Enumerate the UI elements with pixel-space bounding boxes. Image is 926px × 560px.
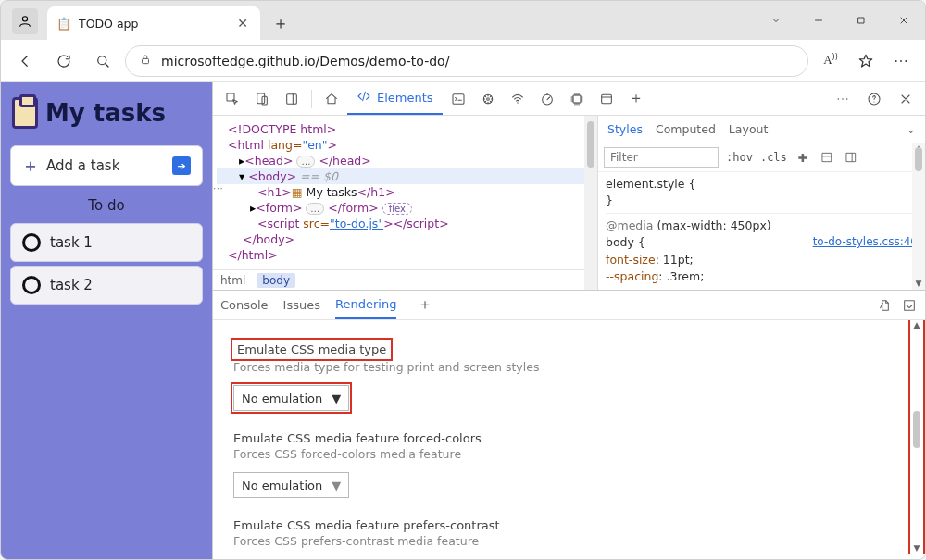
address-bar[interactable]: microsoft­edge.github.io/Demos/demo-to-d… bbox=[125, 45, 808, 77]
task-checkbox[interactable] bbox=[22, 233, 41, 252]
svg-point-20 bbox=[846, 98, 848, 100]
plus-icon: ＋ bbox=[22, 155, 39, 177]
site-info-icon[interactable] bbox=[139, 52, 152, 69]
favorites-button[interactable] bbox=[849, 44, 882, 78]
devtools-drawer: Console Issues Rendering ＋ Emulate CSS m… bbox=[213, 290, 925, 554]
device-emulation-button[interactable] bbox=[248, 86, 276, 112]
chevron-down-icon[interactable]: ⌄ bbox=[907, 122, 916, 136]
source-link[interactable]: to-do-styles.css:40 bbox=[813, 234, 918, 250]
svg-point-14 bbox=[517, 102, 518, 103]
task-item[interactable]: task 1 bbox=[10, 223, 203, 262]
tab-favicon: 📋 bbox=[56, 16, 71, 31]
close-window-button[interactable] bbox=[882, 6, 925, 35]
new-style-rule-button[interactable]: ✚ bbox=[795, 149, 811, 166]
expand-drawer-button[interactable] bbox=[901, 297, 918, 314]
cls-toggle[interactable]: .cls bbox=[760, 151, 787, 164]
more-drawer-tabs-button[interactable]: ＋ bbox=[411, 292, 439, 318]
window-controls bbox=[755, 1, 925, 40]
styles-tab[interactable]: Styles bbox=[607, 122, 643, 136]
svg-point-13 bbox=[486, 97, 489, 100]
drawer-scrollbar[interactable]: ▲ ▼ bbox=[910, 320, 923, 554]
dom-tree[interactable]: <!DOCTYPE html> <html lang="en"> ▸<head>… bbox=[213, 116, 597, 290]
tab-overflow-button[interactable] bbox=[755, 6, 797, 35]
devtools-toolbar: Elements ＋ bbox=[213, 82, 925, 116]
add-task-input[interactable]: ＋ Add a task ➔ bbox=[10, 145, 203, 186]
svg-rect-1 bbox=[858, 18, 864, 23]
browser-toolbar: microsoft­edge.github.io/Demos/demo-to-d… bbox=[1, 40, 925, 82]
search-button[interactable] bbox=[86, 44, 119, 78]
page-title: My tasks bbox=[45, 99, 166, 127]
section-heading: To do bbox=[6, 190, 206, 219]
emulate-forced-colors-select[interactable]: No emulation ▼ bbox=[233, 472, 349, 498]
elements-tab[interactable]: Elements bbox=[347, 83, 443, 115]
add-task-placeholder: Add a task bbox=[46, 157, 119, 174]
inspect-element-button[interactable] bbox=[219, 86, 246, 112]
svg-rect-3 bbox=[143, 58, 149, 63]
svg-rect-17 bbox=[601, 94, 611, 103]
task-checkbox[interactable] bbox=[22, 276, 41, 294]
back-button[interactable] bbox=[8, 44, 42, 78]
svg-point-0 bbox=[22, 17, 27, 21]
performance-tab-icon[interactable] bbox=[533, 86, 561, 112]
computed-sidebar-button[interactable] bbox=[819, 149, 835, 166]
minimize-button[interactable] bbox=[797, 6, 840, 35]
welcome-tab[interactable] bbox=[318, 86, 345, 112]
ai-toggle-button[interactable] bbox=[877, 297, 894, 314]
svg-rect-24 bbox=[846, 153, 855, 161]
svg-rect-23 bbox=[822, 153, 831, 161]
svg-rect-11 bbox=[453, 93, 464, 104]
toggle-layers-button[interactable] bbox=[843, 149, 859, 166]
rendering-drawer-tab[interactable]: Rendering bbox=[335, 291, 396, 319]
setting-description: Forces media type for testing print and … bbox=[233, 360, 905, 374]
submit-task-button[interactable]: ➔ bbox=[172, 156, 191, 175]
styles-filter-input[interactable] bbox=[604, 147, 719, 168]
svg-point-18 bbox=[838, 98, 840, 100]
browser-tab[interactable]: 📋 TODO app ✕ bbox=[47, 6, 260, 40]
network-tab-icon[interactable] bbox=[504, 86, 532, 112]
more-tabs-button[interactable]: ＋ bbox=[622, 86, 650, 112]
code-icon bbox=[357, 89, 371, 106]
console-drawer-tab[interactable]: Console bbox=[220, 291, 269, 319]
svg-rect-25 bbox=[905, 300, 915, 310]
breadcrumb-body[interactable]: body bbox=[257, 273, 295, 288]
refresh-button[interactable] bbox=[47, 44, 81, 78]
maximize-button[interactable] bbox=[840, 6, 882, 35]
sources-tab-icon[interactable] bbox=[474, 86, 502, 112]
help-button[interactable] bbox=[860, 86, 888, 112]
read-aloud-button[interactable]: A)) bbox=[814, 44, 847, 78]
svg-point-22 bbox=[873, 101, 874, 102]
issues-drawer-tab[interactable]: Issues bbox=[283, 291, 320, 319]
dom-actions-icon[interactable]: ⋯ bbox=[213, 182, 223, 194]
emulate-media-type-select[interactable]: No emulation ▼ bbox=[233, 385, 349, 411]
settings-menu-button[interactable] bbox=[884, 44, 918, 78]
devtools-more-button[interactable] bbox=[829, 86, 857, 112]
styles-panel: Styles Computed Layout ⌄ :hov .cls ✚ ele… bbox=[597, 116, 925, 290]
app-page: My tasks ＋ Add a task ➔ To do task 1 tas… bbox=[1, 82, 212, 559]
memory-tab-icon[interactable] bbox=[563, 86, 591, 112]
profile-button[interactable] bbox=[12, 8, 38, 34]
dock-side-button[interactable] bbox=[278, 86, 306, 112]
application-tab-icon[interactable] bbox=[593, 86, 620, 112]
layout-tab[interactable]: Layout bbox=[729, 122, 769, 136]
clipboard-icon bbox=[12, 97, 38, 129]
task-item[interactable]: task 2 bbox=[10, 266, 203, 305]
url-text: microsoft­edge.github.io/Demos/demo-to-d… bbox=[161, 54, 449, 68]
tab-title: TODO app bbox=[79, 17, 227, 31]
console-tab-icon[interactable] bbox=[444, 86, 472, 112]
dom-breadcrumbs: html body bbox=[213, 269, 584, 290]
task-label: task 1 bbox=[50, 234, 93, 251]
setting-description: Forces CSS prefers-contrast media featur… bbox=[233, 534, 905, 548]
hov-toggle[interactable]: :hov bbox=[726, 151, 753, 164]
dom-scrollbar[interactable] bbox=[584, 116, 597, 290]
close-devtools-button[interactable] bbox=[892, 86, 920, 112]
breadcrumb-html[interactable]: html bbox=[220, 274, 245, 287]
computed-tab[interactable]: Computed bbox=[656, 122, 716, 136]
setting-description: Forces CSS forced-colors media feature bbox=[233, 447, 905, 461]
new-tab-button[interactable]: ＋ bbox=[266, 8, 295, 38]
svg-point-6 bbox=[905, 60, 907, 62]
styles-scrollbar[interactable]: ▲ ▼ bbox=[912, 143, 925, 290]
svg-point-5 bbox=[900, 60, 902, 62]
chevron-down-icon: ▼ bbox=[332, 392, 341, 405]
close-tab-button[interactable]: ✕ bbox=[234, 15, 251, 31]
svg-point-19 bbox=[842, 98, 844, 100]
